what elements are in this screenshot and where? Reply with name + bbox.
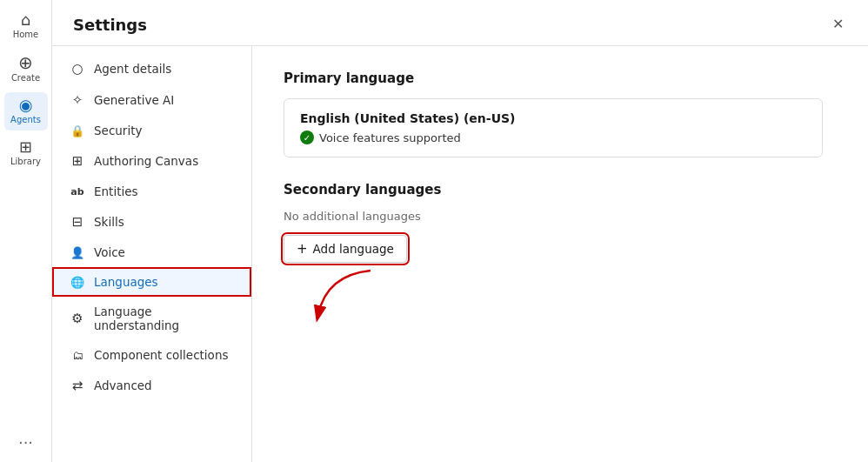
voice-supported-row: ✓ Voice features supported (300, 131, 806, 144)
sidebar-item-languages[interactable]: 🌐 Languages (52, 267, 251, 297)
sidebar-item-authoring-canvas[interactable]: ⊞ Authoring Canvas (52, 145, 251, 177)
main-content-area: Primary language English (United States)… (252, 46, 868, 462)
agent-details-icon: ○ (70, 61, 85, 77)
add-language-button[interactable]: + Add language (284, 235, 407, 263)
sidebar-item-security[interactable]: 🔒 Security (52, 116, 251, 145)
sidebar-item-advanced[interactable]: ⇄ Advanced (52, 370, 251, 401)
check-circle-icon: ✓ (300, 131, 314, 144)
sidebar-label-voice: Voice (94, 245, 125, 259)
languages-icon: 🌐 (70, 276, 85, 289)
nav-label-home: Home (13, 30, 39, 40)
voice-supported-label: Voice features supported (319, 131, 461, 144)
settings-sidebar: ○ Agent details ✧ Generative AI 🔒 Securi… (52, 46, 252, 462)
advanced-icon: ⇄ (70, 378, 85, 393)
secondary-languages-title: Secondary languages (284, 182, 837, 198)
settings-title: Settings (73, 16, 147, 34)
add-language-plus-icon: + (297, 243, 308, 256)
settings-header: Settings ✕ (52, 0, 868, 46)
add-language-wrapper: + Add language (284, 235, 407, 263)
secondary-languages-section: Secondary languages No additional langua… (284, 182, 837, 263)
sidebar-label-languages: Languages (94, 275, 158, 289)
home-icon: ⌂ (21, 12, 30, 28)
settings-body: ○ Agent details ✧ Generative AI 🔒 Securi… (52, 46, 868, 462)
sidebar-item-language-understanding[interactable]: ⚙ Language understanding (52, 297, 251, 340)
left-nav: ⌂ Home ⊕ Create ◉ Agents ⊞ Library ··· (0, 0, 52, 462)
component-collections-icon: 🗂 (70, 349, 85, 362)
entities-icon: ab (70, 186, 85, 198)
nav-label-create: Create (11, 73, 40, 84)
no-additional-languages-label: No additional languages (284, 210, 837, 223)
sidebar-item-component-collections[interactable]: 🗂 Component collections (52, 340, 251, 370)
sidebar-label-agent-details: Agent details (94, 62, 171, 76)
primary-language-card: English (United States) (en-US) ✓ Voice … (284, 98, 823, 157)
sidebar-label-entities: Entities (94, 184, 138, 198)
sidebar-item-voice[interactable]: 👤 Voice (52, 238, 251, 267)
nav-label-library: Library (10, 157, 41, 167)
nav-label-agents: Agents (10, 115, 41, 125)
sidebar-label-authoring-canvas: Authoring Canvas (94, 154, 198, 168)
language-understanding-icon: ⚙ (70, 311, 85, 326)
create-icon: ⊕ (18, 54, 33, 71)
add-language-label: Add language (313, 242, 394, 256)
sidebar-label-language-understanding: Language understanding (94, 305, 234, 332)
security-icon: 🔒 (70, 124, 85, 137)
close-button[interactable]: ✕ (829, 14, 847, 35)
library-icon: ⊞ (19, 139, 32, 155)
sidebar-item-generative-ai[interactable]: ✧ Generative AI (52, 84, 251, 116)
agents-icon: ◉ (19, 97, 33, 113)
sidebar-item-agent-details[interactable]: ○ Agent details (52, 53, 251, 84)
generative-ai-icon: ✧ (70, 92, 85, 108)
sidebar-label-generative-ai: Generative AI (94, 93, 174, 107)
nav-more-button[interactable]: ··· (18, 433, 33, 452)
sidebar-item-entities[interactable]: ab Entities (52, 177, 251, 206)
sidebar-label-advanced: Advanced (94, 378, 152, 392)
skills-icon: ⊟ (70, 214, 85, 230)
voice-icon: 👤 (70, 246, 85, 259)
annotation-arrow (310, 266, 379, 327)
sidebar-label-security: Security (94, 124, 142, 137)
nav-item-agents[interactable]: ◉ Agents (4, 92, 48, 131)
authoring-canvas-icon: ⊞ (70, 153, 85, 169)
primary-language-name: English (United States) (en-US) (300, 111, 806, 125)
nav-item-library[interactable]: ⊞ Library (4, 134, 48, 172)
nav-item-create[interactable]: ⊕ Create (4, 49, 48, 89)
settings-panel: Settings ✕ ○ Agent details ✧ Generative … (52, 0, 868, 462)
primary-language-title: Primary language (284, 70, 837, 86)
sidebar-label-skills: Skills (94, 215, 124, 229)
sidebar-item-skills[interactable]: ⊟ Skills (52, 206, 251, 238)
sidebar-label-component-collections: Component collections (94, 348, 228, 362)
nav-item-home[interactable]: ⌂ Home (4, 7, 48, 45)
